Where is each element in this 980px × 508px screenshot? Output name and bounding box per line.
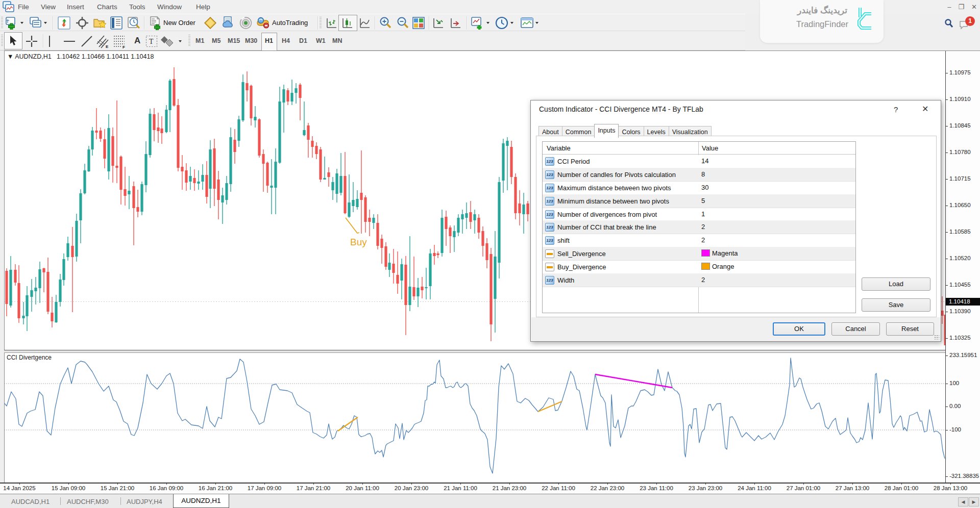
svg-text:T: T [149, 38, 154, 45]
svg-text:Buy: Buy [350, 237, 367, 247]
svg-text:F: F [122, 45, 125, 48]
svg-text:E: E [106, 44, 109, 48]
